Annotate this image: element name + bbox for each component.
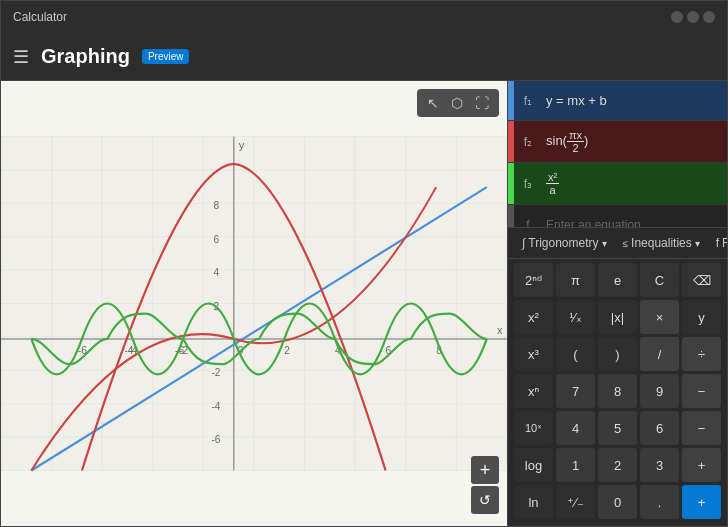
key-divide-slash[interactable]: /: [640, 337, 679, 371]
key-multiply[interactable]: ×: [640, 300, 679, 334]
key-backspace[interactable]: ⌫: [682, 263, 721, 297]
window-title: Calculator: [13, 10, 671, 24]
key-x-squared[interactable]: x²: [514, 300, 553, 334]
trig-label: Trigonometry: [528, 236, 598, 250]
key-clear[interactable]: C: [640, 263, 679, 297]
keypad: 2ⁿᵈ π e C ⌫ x² ¹⁄ₓ |x| × y x³ ( ): [508, 259, 727, 526]
equation-item-f2[interactable]: f₂ sin(πx2): [508, 121, 727, 163]
svg-text:-6: -6: [211, 434, 220, 445]
key-close-paren[interactable]: ): [598, 337, 637, 371]
key-10-x[interactable]: 10ˣ: [514, 411, 553, 445]
app-title: Graphing: [41, 45, 130, 68]
window-controls: [671, 11, 715, 23]
header: ☰ Graphing Preview: [1, 33, 727, 81]
key-equals[interactable]: +: [682, 485, 721, 519]
key-5[interactable]: 5: [598, 411, 637, 445]
graph-controls: ↖ ⬡ ⛶: [417, 89, 499, 117]
eq-text-f1: y = mx + b: [542, 85, 727, 116]
key-7[interactable]: 7: [556, 374, 595, 408]
ineq-chevron: ▾: [695, 238, 700, 249]
function-menu[interactable]: f Function ▾: [710, 232, 727, 254]
key-x-cubed[interactable]: x³: [514, 337, 553, 371]
svg-text:y: y: [239, 139, 245, 151]
equation-item-f3[interactable]: f₃ x²a: [508, 163, 727, 205]
close-button[interactable]: [703, 11, 715, 23]
key-2nd[interactable]: 2ⁿᵈ: [514, 263, 553, 297]
eq-label-f3: f₃: [514, 177, 542, 191]
trigonometry-menu[interactable]: ∫ Trigonometry ▾: [516, 232, 613, 254]
svg-text:-2: -2: [211, 367, 220, 378]
main-content: y x -6 -4 -6 -4 -2 0 2 4 6 8 8 6 4: [1, 81, 727, 526]
bottom-toolbar: ∫ Trigonometry ▾ ≤ Inequalities ▾ f Func…: [508, 227, 727, 259]
eq-label-f4: f: [514, 218, 542, 228]
svg-text:2: 2: [284, 345, 290, 356]
key-1[interactable]: 1: [556, 448, 595, 482]
equations-panel: f₁ y = mx + b f₂ sin(πx2) f₃ x²a: [508, 81, 727, 227]
zoom-controls: + ↺: [471, 456, 499, 514]
right-panel: f₁ y = mx + b f₂ sin(πx2) f₃ x²a: [507, 81, 727, 526]
preview-badge: Preview: [142, 49, 190, 64]
svg-text:4: 4: [214, 267, 220, 278]
keypad-row-6: log 1 2 3 +: [514, 448, 721, 482]
key-decimal[interactable]: .: [640, 485, 679, 519]
keypad-row-7: ln ⁺∕₋ 0 . +: [514, 485, 721, 519]
keypad-row-5: 10ˣ 4 5 6 −: [514, 411, 721, 445]
title-bar: Calculator: [1, 1, 727, 33]
keypad-row-4: xⁿ 7 8 9 −: [514, 374, 721, 408]
trig-icon: ∫: [522, 236, 525, 250]
trig-chevron: ▾: [602, 238, 607, 249]
svg-text:x: x: [497, 324, 503, 336]
key-0[interactable]: 0: [598, 485, 637, 519]
key-add[interactable]: +: [682, 448, 721, 482]
func-label: Function: [722, 236, 727, 250]
key-e[interactable]: e: [598, 263, 637, 297]
key-3[interactable]: 3: [640, 448, 679, 482]
equation-item-f1[interactable]: f₁ y = mx + b: [508, 81, 727, 121]
eq-text-f2: sin(πx2): [542, 121, 727, 162]
eq-placeholder-f4: Enter an equation: [542, 210, 727, 228]
svg-text:-4: -4: [211, 401, 220, 412]
maximize-button[interactable]: [687, 11, 699, 23]
keypad-row-2: x² ¹⁄ₓ |x| × y: [514, 300, 721, 334]
keypad-row-1: 2ⁿᵈ π e C ⌫: [514, 263, 721, 297]
key-plus-minus[interactable]: ⁺∕₋: [556, 485, 595, 519]
key-divide[interactable]: ÷: [682, 337, 721, 371]
key-abs[interactable]: |x|: [598, 300, 637, 334]
key-6[interactable]: 6: [640, 411, 679, 445]
key-pi[interactable]: π: [556, 263, 595, 297]
minimize-button[interactable]: [671, 11, 683, 23]
key-2[interactable]: 2: [598, 448, 637, 482]
keypad-row-3: x³ ( ) / ÷: [514, 337, 721, 371]
ineq-label: Inequalities: [631, 236, 692, 250]
key-y[interactable]: y: [682, 300, 721, 334]
svg-text:8: 8: [214, 200, 220, 211]
zoom-reset-button[interactable]: ↺: [471, 486, 499, 514]
key-9[interactable]: 9: [640, 374, 679, 408]
key-reciprocal[interactable]: ¹⁄ₓ: [556, 300, 595, 334]
graph-svg: y x -6 -4 -6 -4 -2 0 2 4 6 8 8 6 4: [1, 81, 507, 526]
fullscreen-button[interactable]: ⛶: [471, 93, 493, 113]
key-4[interactable]: 4: [556, 411, 595, 445]
svg-text:6: 6: [214, 234, 220, 245]
window: Calculator ☰ Graphing Preview: [0, 0, 728, 527]
eq-label-f1: f₁: [514, 94, 542, 108]
key-x-power-n[interactable]: xⁿ: [514, 374, 553, 408]
zoom-in-button[interactable]: +: [471, 456, 499, 484]
key-8[interactable]: 8: [598, 374, 637, 408]
key-open-paren[interactable]: (: [556, 337, 595, 371]
share-button[interactable]: ⬡: [447, 93, 467, 113]
eq-label-f2: f₂: [514, 135, 542, 149]
ineq-icon: ≤: [623, 238, 629, 249]
graph-area[interactable]: y x -6 -4 -6 -4 -2 0 2 4 6 8 8 6 4: [1, 81, 507, 526]
cursor-tool-button[interactable]: ↖: [423, 93, 443, 113]
key-ln[interactable]: ln: [514, 485, 553, 519]
func-icon: f: [716, 236, 719, 250]
key-subtract[interactable]: −: [682, 374, 721, 408]
menu-icon[interactable]: ☰: [13, 46, 29, 68]
eq-text-f3: x²a: [542, 163, 727, 204]
equation-item-f4[interactable]: f Enter an equation: [508, 205, 727, 227]
key-minus[interactable]: −: [682, 411, 721, 445]
key-log[interactable]: log: [514, 448, 553, 482]
inequalities-menu[interactable]: ≤ Inequalities ▾: [617, 232, 706, 254]
